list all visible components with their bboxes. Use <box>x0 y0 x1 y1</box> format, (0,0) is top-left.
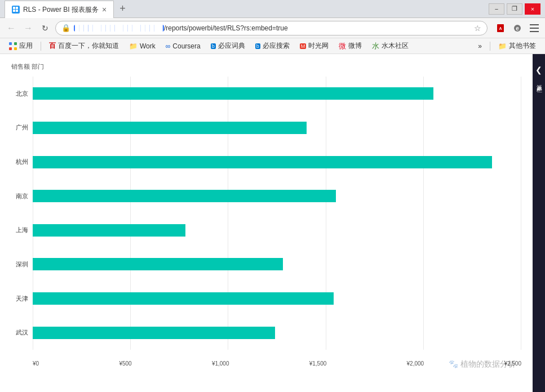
x-axis-label: ¥2,000 <box>407 360 424 367</box>
bar-fill <box>33 122 307 134</box>
svg-rect-14 <box>14 47 17 50</box>
panel-text: 派单栏 <box>535 80 543 83</box>
bm-bing-search-label: 必应搜索 <box>263 41 290 51</box>
bm-coursera[interactable]: ∞ Coursera <box>161 41 205 51</box>
weibo-icon: 微 <box>339 41 346 51</box>
url-highlighted-part: ████████████████████ <box>74 25 164 32</box>
bar-track <box>33 292 521 305</box>
bar-label: 上海 <box>11 226 28 234</box>
bar-label: 北京 <box>11 90 28 98</box>
bookmarks-more-button[interactable]: » <box>473 41 486 51</box>
bar-track <box>33 87 521 100</box>
x-axis-label: ¥1,500 <box>309 360 327 367</box>
bar-track <box>33 224 521 237</box>
chart-container: 销售额 部门 北京 广州 杭州 <box>0 54 533 392</box>
bar-row: 北京 <box>11 77 521 111</box>
bm-shuimu[interactable]: 水 水木社区 <box>367 40 413 52</box>
url-bar[interactable]: 🔒 ████████████████████/reports/powerbi/t… <box>55 21 488 35</box>
svg-rect-12 <box>9 47 12 50</box>
forward-button[interactable]: → <box>21 21 35 35</box>
bar-track <box>33 122 521 134</box>
svg-rect-1 <box>16 7 18 9</box>
bm-separator-1 <box>41 42 41 51</box>
address-bar: ← → ↻ 🔒 ████████████████████/reports/pow… <box>0 18 545 38</box>
bm-work-label: Work <box>140 42 156 50</box>
bar-fill <box>33 87 433 100</box>
svg-rect-0 <box>13 7 15 9</box>
apps-label: 应用 <box>19 41 33 51</box>
bm-weibo[interactable]: 微 微博 <box>334 40 366 52</box>
extensions-icon[interactable]: e <box>511 22 524 34</box>
bm-mtime[interactable]: M 时光网 <box>295 40 334 52</box>
bar-row: 深圳 <box>11 247 521 282</box>
apps-button[interactable]: 应用 <box>5 40 37 52</box>
svg-rect-3 <box>16 10 18 12</box>
bm-baidu-label: 百度一下，你就知道 <box>58 41 119 51</box>
reader-mode-icon[interactable]: A <box>494 22 507 34</box>
active-tab[interactable]: RLS - Power BI 报表服务 × <box>5 1 114 18</box>
tab-title: RLS - Power BI 报表服务 <box>23 5 99 15</box>
bar-chart: 北京 广州 杭州 南京 上海 深圳 <box>11 77 521 367</box>
work-folder-icon: 📁 <box>129 42 138 50</box>
bar-fill <box>33 190 336 202</box>
bar-fill <box>33 156 492 168</box>
right-panel[interactable]: ❮ 派单栏 <box>533 54 545 392</box>
secure-icon: 🔒 <box>61 24 70 32</box>
coursera-icon: ∞ <box>166 42 171 50</box>
bar-label: 深圳 <box>11 260 28 269</box>
tab-favicon <box>12 6 20 14</box>
main-area: 销售额 部门 北京 广州 杭州 <box>0 54 545 392</box>
bar-track <box>33 258 521 270</box>
bar-row: 武汉 <box>11 315 521 350</box>
svg-rect-9 <box>530 28 539 29</box>
bm-other[interactable]: 📁 其他书签 <box>494 40 540 52</box>
window-controls: − ❐ × <box>488 3 540 15</box>
bm-other-label: 其他书签 <box>509 41 536 51</box>
x-axis-label: ¥500 <box>119 360 131 367</box>
bar-fill <box>33 258 283 270</box>
tab-close-button[interactable]: × <box>102 5 107 14</box>
bar-label: 天津 <box>11 295 28 303</box>
url-suffix: /reports/powerbi/test/RLS?rs:embed=true <box>164 24 288 32</box>
shuimu-icon: 水 <box>372 41 379 51</box>
reload-button[interactable]: ↻ <box>38 21 52 35</box>
new-tab-button[interactable]: + <box>114 3 131 15</box>
bm-work[interactable]: 📁 Work <box>125 41 160 51</box>
bm-bing-search[interactable]: b 必应搜索 <box>251 40 294 52</box>
close-button[interactable]: × <box>525 3 540 15</box>
bookmarks-bar: 应用 百 百度一下，你就知道 📁 Work ∞ Coursera b 必应词典 … <box>0 38 545 54</box>
toolbar-icons: A e <box>494 22 540 34</box>
bar-track <box>33 156 521 168</box>
back-button[interactable]: ← <box>5 21 18 35</box>
bar-label: 杭州 <box>11 158 28 166</box>
restore-button[interactable]: ❐ <box>507 3 522 15</box>
x-axis-label: ¥0 <box>33 360 39 367</box>
bar-label: 南京 <box>11 192 28 201</box>
title-bar: RLS - Power BI 报表服务 × + − ❐ × <box>0 0 545 18</box>
svg-text:A: A <box>499 26 502 30</box>
chart-area: 北京 广州 杭州 南京 上海 深圳 <box>11 77 521 367</box>
bm-baidu[interactable]: 百 百度一下，你就知道 <box>45 40 123 52</box>
bm-bing-dict[interactable]: b 必应词典 <box>206 40 250 52</box>
bar-row: 天津 <box>11 282 521 316</box>
bing-search-icon: b <box>255 43 260 49</box>
bar-row: 杭州 <box>11 145 521 179</box>
bar-row: 上海 <box>11 213 521 248</box>
x-axis: ¥0¥500¥1,000¥1,500¥2,000¥2,500 <box>33 360 521 367</box>
bar-fill <box>33 327 275 339</box>
bar-row: 广州 <box>11 111 521 145</box>
bm-mtime-label: 时光网 <box>308 41 329 51</box>
bar-label: 武汉 <box>11 328 28 337</box>
bookmark-star-icon[interactable]: ☆ <box>474 24 481 33</box>
x-axis-label: ¥2,500 <box>504 360 521 367</box>
chrome-menu-icon[interactable] <box>528 22 540 34</box>
bing-dict-icon: b <box>211 43 216 49</box>
minimize-button[interactable]: − <box>489 3 504 15</box>
svg-text:e: e <box>516 25 519 32</box>
svg-rect-11 <box>9 42 12 45</box>
bm-coursera-label: Coursera <box>172 42 200 50</box>
panel-toggle-arrow[interactable]: ❮ <box>535 65 542 74</box>
svg-rect-2 <box>13 10 15 12</box>
chart-title: 销售额 部门 <box>11 63 521 71</box>
bm-shuimu-label: 水木社区 <box>382 41 409 51</box>
